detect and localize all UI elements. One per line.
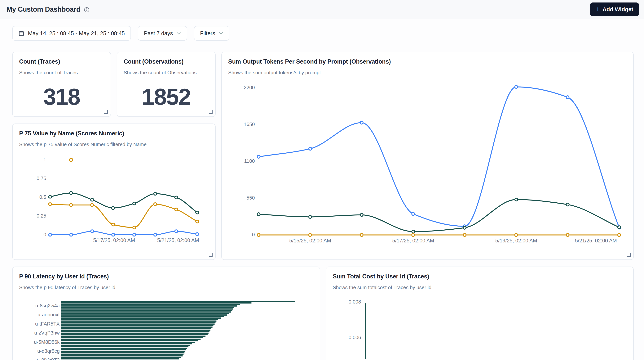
svg-text:1: 1 bbox=[44, 157, 46, 162]
filters-dropdown[interactable]: Filters bbox=[194, 26, 230, 41]
widget-count-traces: Count (Traces) Shows the count of Traces… bbox=[12, 52, 111, 117]
calendar-icon bbox=[18, 30, 24, 36]
svg-text:0: 0 bbox=[44, 232, 46, 237]
widget-description: Shows the p 90 latency of Traces by user… bbox=[13, 280, 320, 290]
widget-p75-scores: P 75 Value by Name (Scores Numeric) Show… bbox=[12, 124, 216, 260]
svg-text:1650: 1650 bbox=[244, 121, 255, 127]
chevron-down-icon bbox=[219, 32, 223, 35]
add-widget-button[interactable]: + Add Widget bbox=[590, 3, 639, 16]
plus-icon: + bbox=[596, 6, 600, 13]
widget-description: Shows the sum totalcost of Traces by use… bbox=[326, 280, 633, 290]
widget-title: Sum Output Tokens Per Second by Prompt (… bbox=[222, 52, 633, 65]
svg-text:u-5M8D56k: u-5M8D56k bbox=[34, 339, 60, 345]
chevron-down-icon bbox=[176, 32, 181, 35]
resize-handle-icon[interactable] bbox=[626, 253, 630, 257]
widget-title: Count (Traces) bbox=[13, 52, 110, 65]
p75-line-chart[interactable]: 00.250.50.7515/17/25, 02:00 AM5/21/25, 0… bbox=[13, 153, 215, 249]
svg-text:u-zVqP3hw: u-zVqP3hw bbox=[34, 330, 60, 336]
svg-text:5/19/25, 02:00 AM: 5/19/25, 02:00 AM bbox=[495, 238, 537, 244]
page-title: My Custom Dashboard bbox=[6, 5, 80, 14]
page-header: My Custom Dashboard + Add Widget bbox=[0, 0, 644, 19]
svg-text:0.25: 0.25 bbox=[36, 213, 46, 219]
resize-handle-icon[interactable] bbox=[208, 110, 212, 114]
metric-value: 318 bbox=[44, 84, 80, 110]
filter-toolbar: May 14, 25 : 08:45 - May 21, 25 : 08:45 … bbox=[12, 26, 230, 41]
date-range-label: May 14, 25 : 08:45 - May 21, 25 : 08:45 bbox=[28, 30, 125, 37]
widget-title: Count (Observations) bbox=[117, 52, 215, 65]
resize-handle-icon[interactable] bbox=[208, 253, 212, 257]
date-range-picker[interactable]: May 14, 25 : 08:45 - May 21, 25 : 08:45 bbox=[12, 26, 131, 41]
widget-description: Shows the count of Observations bbox=[117, 65, 215, 76]
svg-text:0.008: 0.008 bbox=[348, 299, 361, 305]
metric-value-wrap: 1852 bbox=[117, 77, 215, 116]
svg-text:0.5: 0.5 bbox=[40, 194, 46, 200]
widget-count-observations: Count (Observations) Shows the count of … bbox=[117, 52, 216, 117]
svg-text:5/17/25, 02:00 AM: 5/17/25, 02:00 AM bbox=[392, 238, 434, 244]
svg-text:0.006: 0.006 bbox=[348, 334, 361, 340]
svg-text:5/21/25, 02:00 AM: 5/21/25, 02:00 AM bbox=[157, 237, 199, 243]
svg-text:0: 0 bbox=[252, 232, 255, 237]
widget-p90-latency: P 90 Latency by User Id (Traces) Shows t… bbox=[12, 266, 320, 360]
info-icon[interactable] bbox=[84, 7, 90, 13]
widget-sum-cost: Sum Total Cost by User Id (Traces) Shows… bbox=[326, 266, 634, 360]
svg-text:1100: 1100 bbox=[244, 158, 255, 164]
svg-text:5/15/25, 02:00 AM: 5/15/25, 02:00 AM bbox=[289, 238, 331, 244]
svg-text:5/21/25, 02:00 AM: 5/21/25, 02:00 AM bbox=[575, 238, 617, 244]
widget-title: Sum Total Cost by User Id (Traces) bbox=[326, 267, 633, 280]
svg-text:550: 550 bbox=[246, 195, 255, 201]
svg-text:0.75: 0.75 bbox=[36, 175, 46, 181]
add-widget-label: Add Widget bbox=[602, 6, 633, 13]
widget-description: Shows the count of Traces bbox=[13, 65, 110, 76]
widget-title: P 90 Latency by User Id (Traces) bbox=[13, 267, 320, 280]
widget-description: Shows the p 75 value of Scores Numeric f… bbox=[13, 137, 215, 147]
svg-text:u-d3qr5cg: u-d3qr5cg bbox=[37, 348, 60, 354]
svg-text:2200: 2200 bbox=[244, 85, 255, 90]
filters-label: Filters bbox=[200, 30, 215, 37]
range-preset-dropdown[interactable]: Past 7 days bbox=[138, 26, 187, 41]
metric-value: 1852 bbox=[142, 84, 190, 110]
widget-tokens-per-second: Sum Output Tokens Per Second by Prompt (… bbox=[221, 52, 634, 260]
widget-title: P 75 Value by Name (Scores Numeric) bbox=[13, 124, 215, 137]
range-preset-label: Past 7 days bbox=[144, 30, 173, 37]
svg-text:u-8sq2w4a: u-8sq2w4a bbox=[36, 303, 60, 308]
metric-value-wrap: 318 bbox=[13, 77, 110, 116]
widget-description: Shows the sum output tokens/s by prompt bbox=[222, 65, 633, 76]
cost-bar-chart[interactable]: 0.0080.006 bbox=[326, 296, 633, 359]
svg-text:u-aobnuxf: u-aobnuxf bbox=[38, 312, 60, 317]
resize-handle-icon[interactable] bbox=[104, 110, 108, 114]
p90-bar-chart[interactable]: u-8sq2w4au-aobnuxfu-tFAR5TXu-zVqP3hwu-5M… bbox=[13, 297, 320, 360]
dashboard-grid: Count (Traces) Shows the count of Traces… bbox=[12, 52, 634, 360]
svg-text:5/17/25, 02:00 AM: 5/17/25, 02:00 AM bbox=[93, 237, 135, 243]
svg-text:u-tFAR5TX: u-tFAR5TX bbox=[35, 321, 60, 327]
svg-text:u-8fVa9T3: u-8fVa9T3 bbox=[37, 357, 60, 360]
tokens-line-chart[interactable]: 05501100165022005/15/25, 02:00 AM5/17/25… bbox=[222, 81, 633, 249]
